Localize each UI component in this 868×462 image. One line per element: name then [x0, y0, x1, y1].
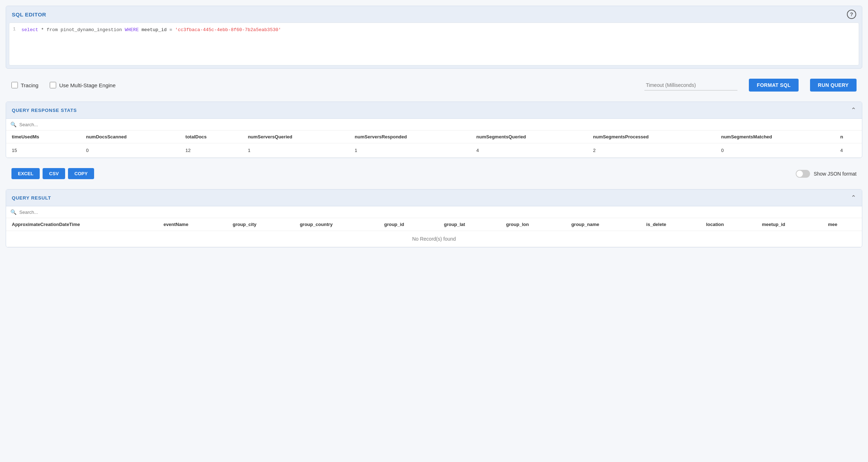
format-sql-button[interactable]: FORMAT SQL [749, 79, 799, 92]
col-group_city: group_city [227, 218, 294, 231]
toggle-slider [796, 170, 810, 178]
col-meetup_id: meetup_id [756, 218, 822, 231]
run-query-button[interactable]: RUN QUERY [810, 79, 857, 92]
col-eventName: eventName [158, 218, 227, 231]
help-icon[interactable]: ? [847, 10, 856, 19]
col-numDocsScanned: numDocsScanned [80, 131, 180, 143]
cell-numSegmentsQueried: 4 [470, 143, 587, 158]
result-table-header-row: ApproximateCreationDateTime eventName gr… [6, 218, 862, 231]
stats-search-bar: 🔍 [6, 119, 862, 131]
stats-search-icon: 🔍 [10, 122, 16, 127]
query-result-section: QUERY RESULT ⌃ 🔍 ApproximateCreationDate… [6, 189, 862, 247]
query-result-header: QUERY RESULT ⌃ [6, 190, 862, 206]
stats-table: timeUsedMs numDocsScanned totalDocs numS… [6, 131, 862, 158]
col-numSegmentsProcessed: numSegmentsProcessed [587, 131, 716, 143]
sql-value: 'cc3fbaca-445c-4ebb-8f60-7b2a5eab3530' [175, 27, 281, 33]
sql-editor-title: SQL EDITOR [12, 11, 46, 18]
cell-numServersQueried: 1 [242, 143, 349, 158]
col-mee: mee [822, 218, 862, 231]
no-records-message: No Record(s) found [6, 231, 862, 247]
cell-timeUsedMs: 15 [6, 143, 80, 158]
json-toggle-area: Show JSON format [796, 170, 857, 178]
multistage-checkbox-group: Use Multi-Stage Engine [50, 82, 116, 88]
sql-table: pinot_dynamo_ingestion [60, 27, 125, 33]
cell-totalDocs: 12 [180, 143, 242, 158]
result-search-input[interactable] [19, 210, 858, 215]
tracing-checkbox-group: Tracing [11, 82, 38, 88]
cell-n: 4 [835, 143, 862, 158]
timeout-input[interactable] [644, 80, 737, 90]
col-ApproximateCreationDateTime: ApproximateCreationDateTime [6, 218, 158, 231]
json-toggle[interactable] [796, 170, 810, 178]
result-table: ApproximateCreationDateTime eventName gr… [6, 218, 862, 247]
json-toggle-label: Show JSON format [814, 171, 857, 177]
query-response-stats-header: QUERY RESPONSE STATS ⌃ [6, 102, 862, 119]
col-location: location [700, 218, 756, 231]
multistage-label: Use Multi-Stage Engine [59, 82, 116, 88]
query-result-title: QUERY RESULT [12, 195, 51, 201]
export-bar: EXCEL CSV COPY Show JSON format [6, 164, 862, 183]
query-response-stats-section: QUERY RESPONSE STATS ⌃ 🔍 timeUsedMs numD… [6, 102, 862, 158]
collapse-stats-icon[interactable]: ⌃ [851, 106, 856, 114]
cell-numSegmentsProcessed: 2 [587, 143, 716, 158]
col-group_lon: group_lon [501, 218, 566, 231]
col-group_name: group_name [566, 218, 641, 231]
cell-numDocsScanned: 0 [80, 143, 180, 158]
query-response-stats-title: QUERY RESPONSE STATS [12, 108, 77, 113]
col-numSegmentsQueried: numSegmentsQueried [470, 131, 587, 143]
col-numSegmentsMatched: numSegmentsMatched [715, 131, 834, 143]
sql-editor-header: SQL EDITOR ? [6, 6, 862, 23]
sql-code: select * from pinot_dynamo_ingestion WHE… [21, 26, 281, 34]
col-group_id: group_id [379, 218, 438, 231]
col-numServersQueried: numServersQueried [242, 131, 349, 143]
sql-keyword-where: WHERE [125, 27, 139, 33]
csv-button[interactable]: CSV [43, 168, 65, 179]
stats-table-header-row: timeUsedMs numDocsScanned totalDocs numS… [6, 131, 862, 143]
excel-button[interactable]: EXCEL [11, 168, 40, 179]
sql-editor-section: SQL EDITOR ? 1 select * from pinot_dynam… [6, 6, 862, 69]
collapse-result-icon[interactable]: ⌃ [851, 194, 856, 202]
sql-editor-body[interactable]: 1 select * from pinot_dynamo_ingestion W… [9, 23, 859, 65]
col-numServersResponded: numServersResponded [349, 131, 470, 143]
tracing-label: Tracing [21, 82, 38, 88]
sql-keyword-from: from [47, 27, 58, 33]
sql-field: meetup_id [142, 27, 170, 33]
col-is_delete: is_delete [640, 218, 700, 231]
cell-numSegmentsMatched: 0 [715, 143, 834, 158]
cell-numServersResponded: 1 [349, 143, 470, 158]
sql-star: * [41, 27, 47, 33]
stats-search-input[interactable] [19, 122, 858, 127]
line-number: 1 [13, 26, 21, 32]
sql-keyword-select: select [21, 27, 38, 33]
col-timeUsedMs: timeUsedMs [6, 131, 80, 143]
sql-editor-line: 1 select * from pinot_dynamo_ingestion W… [9, 26, 859, 34]
multistage-checkbox[interactable] [50, 82, 56, 88]
col-group_country: group_country [294, 218, 379, 231]
table-row: 15012114204 [6, 143, 862, 158]
tracing-checkbox[interactable] [11, 82, 18, 88]
col-n: n [835, 131, 862, 143]
col-group_lat: group_lat [438, 218, 501, 231]
no-records-row: No Record(s) found [6, 231, 862, 247]
result-search-icon: 🔍 [10, 209, 16, 215]
result-search-bar: 🔍 [6, 206, 862, 218]
col-totalDocs: totalDocs [180, 131, 242, 143]
copy-button[interactable]: COPY [68, 168, 94, 179]
sql-operator: = [170, 27, 172, 33]
toolbar: Tracing Use Multi-Stage Engine FORMAT SQ… [6, 74, 862, 96]
